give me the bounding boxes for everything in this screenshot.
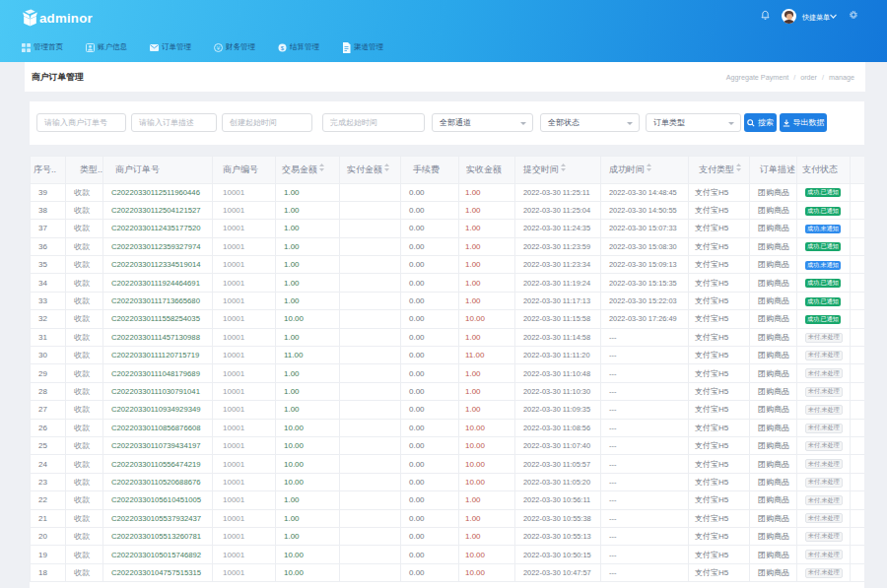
svg-text:¥: ¥ [217, 44, 221, 50]
